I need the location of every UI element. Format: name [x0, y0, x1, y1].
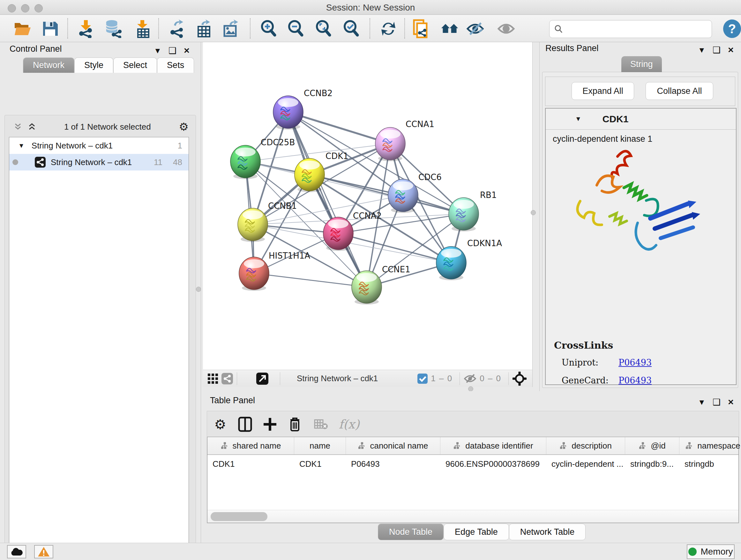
selected-checkbox-icon[interactable]: [417, 374, 428, 384]
home-neighbors-icon[interactable]: [441, 19, 459, 38]
panel-menu-icon[interactable]: ▼: [698, 46, 705, 55]
show-all-eye-icon[interactable]: [497, 19, 516, 38]
panel-menu-icon[interactable]: ▼: [698, 398, 705, 407]
network-node-rb1[interactable]: RB1: [449, 190, 496, 232]
node-section-header[interactable]: ▼ CDK1: [546, 109, 736, 130]
collapse-all-button[interactable]: Collapse All: [646, 82, 713, 100]
column-header-0[interactable]: shared name: [207, 437, 294, 454]
network-edge[interactable]: [288, 112, 390, 144]
cloud-button[interactable]: [7, 545, 26, 558]
table-cell[interactable]: P06493: [346, 459, 441, 469]
refresh-icon[interactable]: [379, 19, 398, 38]
external-link-icon[interactable]: [256, 373, 268, 385]
node-count: 11: [154, 158, 162, 167]
panel-close-icon[interactable]: ✕: [184, 46, 190, 55]
memory-status-dot: [688, 548, 697, 556]
network-node-ccnb1[interactable]: CCNB1: [238, 201, 297, 242]
tab-select[interactable]: Select: [113, 57, 157, 73]
import-network-database-icon[interactable]: [104, 19, 122, 38]
table-cell[interactable]: stringdb: [679, 459, 741, 469]
scrollbar-thumb[interactable]: [211, 512, 267, 521]
tab-node-table[interactable]: Node Table: [378, 523, 444, 540]
grid-icon[interactable]: [207, 373, 218, 384]
network-node-hist1h1a[interactable]: HIST1H1A: [239, 251, 310, 291]
help-button[interactable]: ?: [723, 19, 741, 38]
column-header-1[interactable]: name: [294, 437, 346, 454]
tab-edge-table[interactable]: Edge Table: [444, 523, 509, 540]
tab-network[interactable]: Network: [23, 57, 74, 73]
crosslink-link[interactable]: P06493: [618, 358, 652, 368]
hide-selected-eye-slash-icon[interactable]: [466, 19, 485, 38]
share-icon[interactable]: [221, 373, 233, 384]
network-graph[interactable]: CCNB2CCNA1CDC25BCDK1CDC6RB1CCNB1CCNA2CDK…: [203, 42, 533, 370]
save-session-icon[interactable]: [41, 19, 59, 38]
horizontal-splitter-handle[interactable]: [468, 386, 473, 391]
open-session-icon[interactable]: [13, 19, 32, 38]
zoom-selected-icon[interactable]: [342, 19, 360, 38]
tab-sets[interactable]: Sets: [157, 57, 194, 73]
columns-icon[interactable]: [237, 416, 254, 433]
delete-table-icon[interactable]: [313, 416, 330, 433]
left-splitter-handle[interactable]: [196, 287, 201, 292]
network-canvas[interactable]: CCNB2CCNA1CDC25BCDK1CDC6RB1CCNB1CCNA2CDK…: [203, 42, 533, 387]
import-table-icon[interactable]: [133, 19, 151, 38]
network-edge[interactable]: [254, 273, 367, 287]
panel-float-icon[interactable]: ❑: [713, 45, 721, 55]
search-input[interactable]: [549, 20, 712, 38]
column-header-4[interactable]: description: [546, 437, 625, 454]
column-header-2[interactable]: canonical name: [346, 437, 441, 454]
network-node-ccna1[interactable]: CCNA1: [375, 119, 434, 161]
table-row[interactable]: CDK1CDK1P064939606.ENSP00000378699cyclin…: [207, 455, 738, 472]
add-icon[interactable]: [261, 416, 279, 433]
zoom-in-icon[interactable]: [259, 19, 278, 38]
table-cell[interactable]: CDK1: [207, 459, 294, 469]
right-splitter-handle[interactable]: [531, 210, 536, 215]
network-edge[interactable]: [288, 112, 367, 287]
collapse-all-chevrons-icon[interactable]: [14, 123, 22, 131]
panel-float-icon[interactable]: ❑: [713, 397, 721, 408]
network-node-cdkn1a[interactable]: CDKN1A: [436, 239, 502, 280]
tab-style[interactable]: Style: [74, 57, 113, 73]
network-collection-row[interactable]: ▼ String Network – cdk1 1: [9, 137, 189, 154]
network-node-ccne1[interactable]: CCNE1: [352, 265, 410, 305]
crosslink-link[interactable]: P06493: [618, 375, 652, 385]
main-toolbar: ?: [0, 15, 741, 42]
gear-icon[interactable]: ⚙: [212, 416, 229, 433]
panel-close-icon[interactable]: ✕: [728, 398, 734, 407]
panel-float-icon[interactable]: ❑: [169, 45, 177, 56]
control-panel: Control Panel ▼ ❑ ✕ Network Style Select…: [0, 42, 201, 543]
export-network-icon[interactable]: [167, 19, 186, 38]
table-cell[interactable]: 9606.ENSP00000378699: [441, 459, 546, 469]
column-header-6[interactable]: namespace: [679, 437, 741, 454]
zoom-fit-icon[interactable]: [314, 19, 333, 38]
delete-icon[interactable]: [286, 416, 304, 433]
network-node-cdc25b[interactable]: CDC25B: [230, 138, 295, 179]
table-cell[interactable]: CDK1: [294, 459, 346, 469]
tab-network-table[interactable]: Network Table: [509, 523, 586, 540]
network-edge[interactable]: [338, 233, 451, 263]
table-cell[interactable]: cyclin-dependent ...: [546, 459, 625, 469]
gear-icon[interactable]: ⚙: [179, 120, 189, 133]
tab-string[interactable]: String: [621, 56, 662, 72]
column-header-5[interactable]: @id: [625, 437, 679, 454]
expand-all-chevrons-icon[interactable]: [28, 123, 36, 131]
column-header-3[interactable]: database identifier: [441, 437, 546, 454]
collapse-arrow-icon[interactable]: ▼: [18, 142, 24, 149]
panel-menu-icon[interactable]: ▼: [154, 46, 161, 55]
export-table-icon[interactable]: [195, 19, 213, 38]
expand-all-button[interactable]: Expand All: [571, 82, 634, 100]
zoom-out-icon[interactable]: [286, 19, 305, 38]
horizontal-scrollbar[interactable]: [207, 510, 738, 523]
memory-button[interactable]: Memory: [687, 544, 735, 559]
import-network-file-icon[interactable]: [77, 19, 95, 38]
hidden-eye-slash-icon[interactable]: [464, 373, 476, 384]
export-image-icon[interactable]: [221, 19, 240, 38]
crosshair-icon[interactable]: [513, 372, 527, 386]
warning-button[interactable]: [34, 545, 53, 558]
collapse-arrow-icon[interactable]: ▼: [575, 115, 582, 123]
panel-close-icon[interactable]: ✕: [728, 46, 734, 55]
status-bar: Memory: [0, 543, 741, 560]
network-row[interactable]: String Network – cdk1 11 48: [9, 154, 189, 171]
table-cell[interactable]: stringdb:9...: [625, 459, 679, 469]
duplicate-network-icon[interactable]: [413, 19, 431, 38]
